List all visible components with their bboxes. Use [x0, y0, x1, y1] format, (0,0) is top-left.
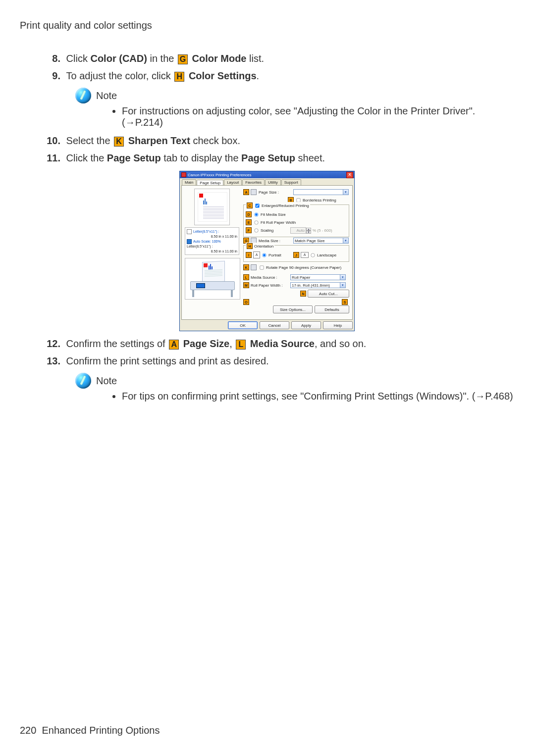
- note-icon: [75, 373, 91, 389]
- chip-n: N: [300, 291, 306, 297]
- chip-d: D: [246, 211, 252, 217]
- chip-f: F: [246, 227, 252, 233]
- note-bullet: For instructions on adjusting color, see…: [122, 105, 515, 128]
- text: Click: [66, 53, 91, 64]
- chevron-down-icon: ▾: [343, 238, 348, 243]
- scaling-spinner[interactable]: Auto ▲▼: [290, 227, 311, 234]
- text: 8.50 in x 11.00 in: [187, 250, 237, 253]
- media-size-select[interactable]: Match Page Size▾: [293, 238, 349, 244]
- tab-main[interactable]: Main: [182, 179, 196, 185]
- page-size-icon: [251, 189, 257, 195]
- landscape-radio[interactable]: [311, 253, 315, 257]
- cancel-button[interactable]: Cancel: [260, 321, 289, 329]
- chip-s: S: [342, 299, 348, 305]
- label: Portrait: [268, 253, 293, 257]
- step-text: Click the Page Setup tab to display the …: [66, 151, 502, 166]
- section-title: Enhanced Printing Options: [42, 725, 160, 736]
- text: , and so on.: [315, 338, 367, 349]
- media-source-select[interactable]: Roll Paper▾: [290, 274, 346, 280]
- fit-media-radio[interactable]: [254, 212, 258, 216]
- text: For tips on confirming print settings, s…: [122, 391, 472, 402]
- document-preview: [194, 189, 230, 225]
- borderless-checkbox[interactable]: [296, 198, 300, 202]
- label: Media Source :: [251, 275, 290, 280]
- step-text: Select the K Sharpen Text check box.: [66, 133, 502, 149]
- tab-favorites[interactable]: Favorites: [242, 179, 265, 185]
- chip-k: K: [243, 264, 249, 270]
- label: Page Size :: [259, 190, 293, 195]
- controls-column: A Page Size : Letter(8.5"x11")▾ B Border…: [243, 189, 349, 314]
- group-enlarged-reduced: C Enlarged/Reduced Printing DFit Media S…: [243, 204, 349, 237]
- bold: Color Mode: [189, 53, 247, 64]
- chip-e: E: [246, 219, 252, 225]
- enlarged-reduced-checkbox[interactable]: [255, 203, 259, 207]
- tab-support[interactable]: Support: [281, 179, 301, 185]
- chip-c: C: [247, 202, 253, 208]
- apply-button[interactable]: Apply: [291, 321, 321, 329]
- step-12: 12. Confirm the settings of A Page Size,…: [40, 336, 515, 352]
- label: Roll Paper Width :: [251, 283, 290, 288]
- step-11: 11. Click the Page Setup tab to display …: [40, 151, 515, 166]
- bold: Page Setup: [241, 152, 295, 163]
- step-13: 13. Confirm the print settings and print…: [40, 353, 515, 369]
- dialog-title: Canon iPFxxxx Printing Preferences: [188, 173, 252, 177]
- page-size-select[interactable]: Letter(8.5"x11")▾: [293, 189, 349, 195]
- step-text: Click Color (CAD) in the G Color Mode li…: [66, 51, 502, 66]
- row-size-defaults: Size Options... Defaults: [243, 305, 349, 313]
- selected-value: 17-in. Roll (431.8mm): [292, 283, 330, 288]
- roll-width-select[interactable]: 17-in. Roll (431.8mm)▾: [290, 282, 346, 288]
- tab-layout[interactable]: Layout: [224, 179, 242, 185]
- bold: Color (CAD): [90, 53, 147, 64]
- note-label: Note: [96, 90, 117, 101]
- portrait-icon: A: [253, 252, 260, 258]
- page-setup-dialog: Canon iPFxxxx Printing Preferences X Mai…: [179, 171, 356, 331]
- dialog-bottom-actions: OK Cancel Apply Help: [180, 321, 354, 331]
- note-label: Note: [96, 375, 117, 387]
- label: Rotate Page 90 degrees (Conserve Paper): [266, 265, 341, 270]
- ref-chip-l: L: [236, 340, 246, 350]
- text: For instructions on adjusting color, see…: [122, 105, 475, 116]
- chip-a: A: [243, 189, 249, 195]
- text: Letter(8.5"x11") :: [187, 245, 213, 249]
- ok-button[interactable]: OK: [228, 321, 258, 329]
- fit-roll-radio[interactable]: [254, 220, 258, 224]
- ref-chip-h: H: [174, 72, 184, 82]
- chip-l: L: [243, 274, 249, 280]
- dialog-title-bar[interactable]: Canon iPFxxxx Printing Preferences X: [180, 171, 354, 178]
- scaling-radio[interactable]: [254, 228, 258, 232]
- text: Letter(8.5"x11") :: [193, 230, 219, 234]
- text: tab to display the: [161, 152, 241, 163]
- text: Confirm the settings of: [66, 338, 168, 349]
- chevron-down-icon: ▾: [340, 283, 345, 288]
- rotate-icon: [251, 264, 257, 270]
- ref-chip-k: K: [114, 137, 124, 147]
- close-button[interactable]: X: [346, 172, 353, 178]
- text: To adjust the color, click: [66, 70, 174, 81]
- portrait-radio[interactable]: [262, 253, 266, 257]
- app-icon: [181, 172, 186, 177]
- spin-down-icon[interactable]: ▼: [306, 231, 311, 234]
- landscape-icon: A: [301, 252, 309, 258]
- text: 8.50 in x 11.00 in: [187, 235, 237, 239]
- bold: Sharpen Text: [125, 135, 190, 146]
- page-setup-panel: Letter(8.5"x11") : 8.50 in x 11.00 in Au…: [181, 185, 353, 320]
- note-bullet: For tips on confirming print settings, s…: [122, 391, 515, 402]
- label: Fit Roll Paper Width: [261, 220, 296, 225]
- bold: Color Settings: [186, 70, 256, 81]
- step-10: 10. Select the K Sharpen Text check box.: [40, 133, 515, 149]
- label: Fit Media Size: [261, 212, 286, 217]
- help-button[interactable]: Help: [323, 321, 353, 329]
- bold: Page Size: [180, 338, 229, 349]
- note-icon: [75, 88, 91, 103]
- size-options-button[interactable]: Size Options...: [273, 305, 313, 313]
- tab-utility[interactable]: Utility: [265, 179, 281, 185]
- auto-cut-button[interactable]: Auto Cut...: [308, 290, 349, 298]
- rotate-checkbox[interactable]: [260, 265, 264, 269]
- page-ref: (→P.214): [122, 117, 163, 128]
- text: Auto Scale: 100%: [193, 240, 221, 244]
- row-bottom-buttons: O S: [243, 299, 349, 305]
- step-9: 9. To adjust the color, click H Color Se…: [40, 68, 515, 84]
- preview-column: Letter(8.5"x11") : 8.50 in x 11.00 in Au…: [185, 189, 239, 300]
- defaults-button[interactable]: Defaults: [315, 305, 349, 313]
- ref-chip-g: G: [178, 54, 188, 64]
